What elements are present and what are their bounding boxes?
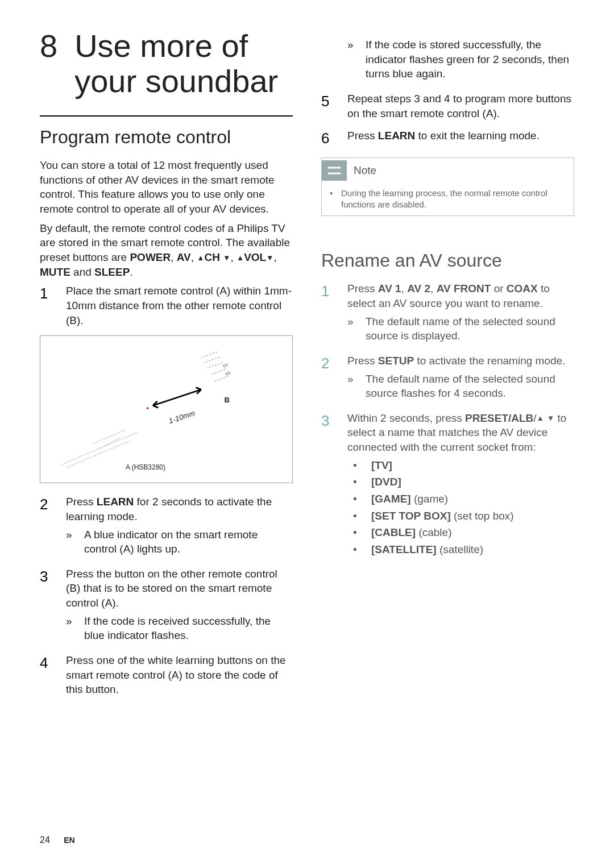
- intro-paragraph-1: You can store a total of 12 most frequen…: [40, 158, 293, 217]
- bullet-icon: •: [330, 188, 335, 210]
- triangle-down-icon: [223, 251, 230, 263]
- step-number: 3: [40, 567, 55, 645]
- kw-learn: LEARN: [378, 130, 415, 142]
- r1-or: or: [491, 283, 506, 294]
- step-4-sub-text: If the code is stored successfully, the …: [366, 38, 574, 81]
- figure-label-a: A (HSB3280): [126, 463, 165, 471]
- step-6-text-a: Press: [347, 130, 378, 142]
- opt-dvd-label: [DVD]: [371, 476, 401, 488]
- chapter-number: 8: [40, 28, 57, 98]
- step-number: 6: [321, 128, 336, 148]
- triangle-up-icon: [197, 251, 204, 263]
- result-arrow-icon: »: [347, 38, 358, 81]
- opt-tv: •[TV]: [353, 458, 574, 473]
- step-number: 2: [40, 495, 55, 559]
- step-1-text: Place the smart remote control (A) withi…: [66, 284, 293, 327]
- kw-coax: COAX: [507, 283, 538, 294]
- rename-step-3: 3 Within 2 seconds, press PRESET/ALB/ to…: [321, 411, 574, 559]
- opt-stb-paren: (set top box): [451, 510, 514, 522]
- result-arrow-icon: »: [66, 614, 76, 643]
- step-2-sub-text: A blue indicator on the smart remote con…: [84, 528, 293, 556]
- bullet-icon: •: [353, 542, 363, 557]
- kw-avfront: AV FRONT: [437, 283, 491, 294]
- bullet-icon: •: [353, 458, 363, 473]
- step-3-text: Press the button on the other remote con…: [66, 568, 277, 609]
- step-3-sub: »If the code is received successfully, t…: [66, 614, 293, 643]
- opt-stb: •[SET TOP BOX] (set top box): [353, 509, 574, 524]
- step-1: 1 Place the smart remote control (A) wit…: [40, 284, 293, 327]
- step-number: 1: [321, 281, 336, 346]
- result-arrow-icon: »: [66, 528, 76, 556]
- opt-game-label: [GAME]: [371, 493, 411, 505]
- r1-sub: »The default name of the selected sound …: [347, 314, 574, 343]
- svg-point-2: [147, 408, 149, 410]
- kw-learn: LEARN: [97, 496, 134, 508]
- triangle-up-icon: [537, 412, 544, 424]
- svg-point-1: [226, 372, 230, 375]
- kw-ch: CH: [205, 251, 220, 263]
- chapter-title-line2: your soundbar: [74, 63, 278, 99]
- note-box: Note • During the learning process, the …: [321, 157, 574, 216]
- opt-sat-paren: (satellite): [437, 543, 483, 555]
- r1-text-a: Press: [347, 283, 378, 294]
- bullet-icon: •: [353, 509, 363, 524]
- page-language: EN: [64, 836, 74, 845]
- step-5: 5 Repeat steps 3 and 4 to program more b…: [321, 92, 574, 121]
- kw-power: POWER: [130, 251, 171, 263]
- triangle-up-icon: [237, 251, 244, 263]
- bullet-icon: •: [353, 525, 363, 540]
- opt-game: •[GAME] (game): [353, 492, 574, 506]
- kw-av1: AV 1: [378, 283, 401, 294]
- r2-text-b: to activate the renaming mode.: [414, 355, 565, 367]
- chapter-title: Use more of your soundbar: [74, 28, 278, 98]
- figure-label-b: B: [225, 396, 230, 404]
- kw-setup: SETUP: [378, 355, 414, 367]
- kw-sleep: SLEEP: [94, 266, 130, 278]
- step-2: 2 Press LEARN for 2 seconds to activate …: [40, 495, 293, 559]
- bullet-icon: •: [353, 475, 363, 489]
- section-program-remote: Program remote control: [40, 115, 293, 148]
- step-5-text: Repeat steps 3 and 4 to program more but…: [347, 92, 574, 121]
- step-6: 6 Press LEARN to exit the learning mode.: [321, 128, 574, 148]
- opt-sat-label: [SATELLITE]: [371, 543, 437, 555]
- step-number: 5: [321, 92, 336, 121]
- intro2-period: .: [130, 266, 132, 278]
- r1-sub-text: The default name of the selected sound s…: [366, 314, 574, 343]
- step-3: 3 Press the button on the other remote c…: [40, 567, 293, 645]
- opt-dvd: •[DVD]: [353, 475, 574, 489]
- intro-paragraph-2: By default, the remote control codes of …: [40, 221, 293, 280]
- step-number: 2: [321, 354, 336, 403]
- result-arrow-icon: »: [347, 372, 358, 401]
- opt-satellite: •[SATELLITE] (satellite): [353, 542, 574, 557]
- opt-cable-paren: (cable): [416, 526, 451, 538]
- triangle-down-icon: [266, 251, 273, 263]
- step-number: 4: [40, 653, 55, 697]
- rename-step-1: 1 Press AV 1, AV 2, AV FRONT or COAX to …: [321, 281, 574, 346]
- step-4-sub: »If the code is stored successfully, the…: [347, 38, 574, 81]
- result-arrow-icon: »: [347, 314, 358, 343]
- figure-svg: [40, 336, 292, 475]
- step-4: 4 Press one of the white learning button…: [40, 653, 293, 697]
- section-rename-av: Rename an AV source: [321, 250, 574, 271]
- opt-game-paren: (game): [411, 493, 448, 505]
- opt-stb-label: [SET TOP BOX]: [371, 510, 451, 522]
- step-number: 1: [40, 284, 55, 327]
- step-6-text-b: to exit the learning mode.: [415, 130, 540, 142]
- bullet-icon: •: [353, 492, 363, 506]
- r2-sub-text: The default name of the selected sound s…: [366, 372, 574, 401]
- step-3-sub-text: If the code is received successfully, th…: [84, 614, 293, 643]
- r3-text-a: Within 2 seconds, press: [347, 412, 465, 424]
- step-2-sub: »A blue indicator on the smart remote co…: [66, 528, 293, 556]
- page-footer: 24 EN: [40, 818, 574, 845]
- page-number: 24: [40, 835, 50, 845]
- opt-tv-label: [TV]: [371, 459, 392, 471]
- svg-point-0: [223, 364, 227, 367]
- kw-vol: VOL: [244, 251, 266, 263]
- kw-preset-alb: PRESET/ALB: [465, 412, 533, 424]
- rename-step-2: 2 Press SETUP to activate the renaming m…: [321, 354, 574, 403]
- chapter-heading: 8 Use more of your soundbar: [40, 28, 293, 98]
- r2-text-a: Press: [347, 355, 378, 367]
- triangle-down-icon: [547, 412, 554, 424]
- r2-sub: »The default name of the selected sound …: [347, 372, 574, 401]
- step-2-text-a: Press: [66, 496, 97, 508]
